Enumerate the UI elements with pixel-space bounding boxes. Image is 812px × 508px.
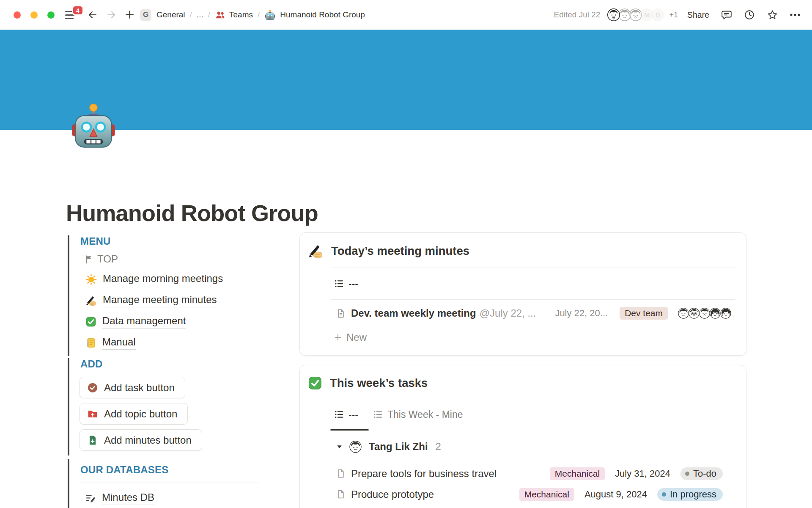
- check-mark-icon: [308, 376, 322, 390]
- minutes-card-header: Today’s meeting minutes: [300, 233, 746, 268]
- databases-section: OUR DATABASES Minutes DB: [68, 459, 266, 508]
- list-view-icon: [335, 410, 344, 419]
- menu-link-morning-meetings[interactable]: Manage morning meetings: [85, 269, 266, 290]
- new-row-label: New: [346, 331, 367, 343]
- database-link-minutes-db[interactable]: Minutes DB: [85, 491, 266, 505]
- meeting-date-cell[interactable]: July 22, 20...: [555, 308, 608, 319]
- add-minutes-label: Add minutes button: [104, 434, 192, 446]
- more-options-icon[interactable]: [789, 9, 801, 21]
- plus-icon: [334, 333, 342, 342]
- hamburger-icon: [65, 18, 74, 19]
- breadcrumb: G General / ... / Teams / Humanoid Robot…: [140, 0, 365, 30]
- collaborator-avatars: M D: [607, 8, 664, 21]
- last-edited-label[interactable]: Edited Jul 22: [554, 10, 601, 19]
- attendee-avatars[interactable]: [678, 308, 731, 319]
- collapse-caret-icon[interactable]: [336, 444, 343, 450]
- due-date[interactable]: July 31, 2024: [615, 468, 670, 479]
- task-check-icon: [87, 382, 98, 393]
- group-name[interactable]: Tang Lik Zhi: [369, 441, 428, 453]
- menu-link-label: Manage morning meetings: [103, 273, 223, 286]
- window-toolbar: 4 G General / ... / Teams / Humanoid Rob…: [0, 0, 812, 30]
- avatar: [349, 441, 362, 453]
- list-view-icon: [373, 410, 383, 419]
- add-minutes-button[interactable]: Add minutes button: [80, 429, 202, 451]
- teams-icon: [215, 10, 225, 20]
- due-date[interactable]: August 9, 2024: [584, 489, 647, 500]
- status-badge[interactable]: In progress: [657, 488, 723, 501]
- divider: [331, 299, 735, 300]
- meeting-row[interactable]: Dev. team weekly meeting @July 22, ... J…: [300, 300, 746, 327]
- back-button[interactable]: [87, 9, 98, 20]
- menu-link-top[interactable]: TOP: [85, 253, 118, 267]
- breadcrumb-workspace[interactable]: General: [156, 10, 185, 19]
- favorite-star-icon[interactable]: [767, 9, 778, 21]
- forward-button[interactable]: [106, 9, 117, 20]
- view-tab-this-week-mine[interactable]: This Week - Mine: [373, 409, 463, 420]
- sidebar-toggle-button[interactable]: 4: [65, 8, 80, 22]
- avatar[interactable]: [607, 8, 620, 21]
- tasks-card-title: This week’s tasks: [330, 376, 428, 390]
- close-window-button[interactable]: [14, 11, 21, 19]
- flag-icon: [85, 255, 93, 264]
- add-topic-button[interactable]: Add topic button: [80, 403, 188, 425]
- status-dot: [685, 472, 689, 476]
- avatar: [699, 308, 710, 319]
- task-row[interactable]: Produce prototype Mechanical August 9, 2…: [300, 484, 746, 505]
- view-tab-label: This Week - Mine: [387, 409, 463, 420]
- menu-heading: MENU: [80, 235, 266, 247]
- view-tab-default[interactable]: ---: [335, 278, 358, 290]
- task-title[interactable]: Prepare tools for business travel: [351, 468, 497, 480]
- robot-page-icon: [264, 9, 276, 21]
- breadcrumb-collapsed[interactable]: ...: [197, 10, 203, 19]
- page-icon: [336, 469, 346, 478]
- breadcrumb-current-page[interactable]: Humanoid Robot Group: [280, 10, 365, 19]
- view-tab-default[interactable]: ---: [335, 409, 358, 420]
- tasks-card-header: This week’s tasks: [300, 365, 746, 399]
- notification-badge: 4: [72, 5, 84, 16]
- more-collaborators-count[interactable]: +1: [669, 11, 678, 19]
- breadcrumb-teams[interactable]: Teams: [229, 10, 253, 19]
- add-task-button[interactable]: Add task button: [80, 377, 185, 398]
- tasks-view-tabs: --- This Week - Mine: [300, 399, 746, 430]
- menu-link-data-management[interactable]: Data management: [85, 311, 266, 332]
- share-button[interactable]: Share: [687, 10, 709, 20]
- menu-link-manual[interactable]: Manual: [85, 332, 266, 353]
- menu-link-label: Manage meeting minutes: [103, 294, 217, 307]
- team-tag[interactable]: Dev team: [620, 307, 668, 320]
- breadcrumb-separator: /: [190, 10, 192, 19]
- status-badge[interactable]: To-do: [680, 467, 723, 480]
- active-tab-indicator: [330, 429, 369, 431]
- robot-page-icon-large[interactable]: [69, 102, 118, 150]
- workspace-icon[interactable]: G: [140, 9, 151, 21]
- page-icon: [336, 489, 346, 499]
- category-tag[interactable]: Mechanical: [550, 467, 605, 480]
- add-section: ADD Add task button Add topic button Add…: [68, 358, 266, 456]
- page-title[interactable]: Humanoid Robot Group: [66, 200, 318, 226]
- new-row-button[interactable]: New: [300, 327, 746, 348]
- meeting-date-mention: @July 22, ...: [480, 307, 536, 319]
- category-tag[interactable]: Mechanical: [519, 488, 574, 501]
- menu-link-meeting-minutes[interactable]: Manage meeting minutes: [85, 290, 266, 311]
- minutes-card: Today’s meeting minutes --- Dev. team we…: [299, 232, 746, 356]
- tasks-card: This week’s tasks --- This Week - Mine T…: [299, 365, 746, 508]
- divider: [80, 483, 260, 483]
- page-cover: [0, 30, 812, 130]
- writing-hand-icon: [308, 243, 324, 259]
- avatar[interactable]: D: [651, 8, 664, 21]
- folder-plus-icon: [87, 409, 98, 420]
- status-label: In progress: [670, 489, 716, 500]
- check-mark-icon: [85, 316, 96, 327]
- zoom-window-button[interactable]: [47, 11, 55, 19]
- task-row[interactable]: Prepare tools for business travel Mechan…: [300, 463, 746, 484]
- minutes-view-tabs: ---: [300, 268, 746, 299]
- history-clock-icon[interactable]: [744, 9, 755, 20]
- new-tab-button[interactable]: [124, 9, 135, 20]
- add-heading: ADD: [80, 358, 266, 370]
- divider: [331, 430, 735, 430]
- menu-section: MENU TOP Manage morning meetings Manage …: [68, 235, 266, 356]
- comments-icon[interactable]: [721, 9, 732, 20]
- page-icon: [336, 309, 346, 318]
- meeting-title[interactable]: Dev. team weekly meeting: [351, 307, 476, 319]
- task-title[interactable]: Produce prototype: [351, 489, 434, 500]
- minimize-window-button[interactable]: [30, 11, 38, 19]
